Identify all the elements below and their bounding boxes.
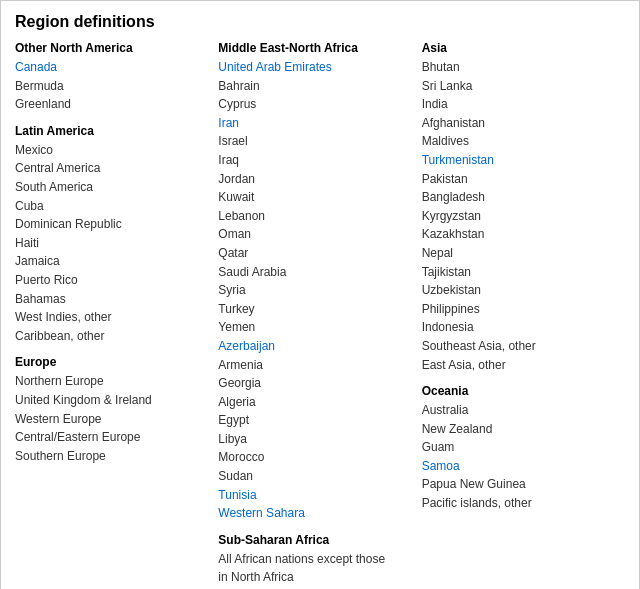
column-0: Other North AmericaCanadaBermudaGreenlan… bbox=[15, 41, 218, 586]
main-container: Region definitions Other North AmericaCa… bbox=[0, 0, 640, 589]
list-item: United Kingdom & Ireland bbox=[15, 391, 208, 410]
section-title-2-0: Asia bbox=[422, 41, 615, 55]
list-item: Bhutan bbox=[422, 58, 615, 77]
list-item: Jordan bbox=[218, 170, 411, 189]
list-item: Bahrain bbox=[218, 77, 411, 96]
section-title-0-1: Latin America bbox=[15, 124, 208, 138]
list-item: Saudi Arabia bbox=[218, 263, 411, 282]
list-item[interactable]: Iran bbox=[218, 114, 411, 133]
list-item: Bahamas bbox=[15, 290, 208, 309]
section-title-2-1: Oceania bbox=[422, 384, 615, 398]
list-item[interactable]: United Arab Emirates bbox=[218, 58, 411, 77]
list-item: Indonesia bbox=[422, 318, 615, 337]
list-item: Libya bbox=[218, 430, 411, 449]
section-title-0-2: Europe bbox=[15, 355, 208, 369]
list-item: Central America bbox=[15, 159, 208, 178]
list-item: Dominican Republic bbox=[15, 215, 208, 234]
list-item: Jamaica bbox=[15, 252, 208, 271]
list-item: Tajikistan bbox=[422, 263, 615, 282]
list-item: Georgia bbox=[218, 374, 411, 393]
list-item: Philippines bbox=[422, 300, 615, 319]
list-item: India bbox=[422, 95, 615, 114]
list-item: Greenland bbox=[15, 95, 208, 114]
list-item: Armenia bbox=[218, 356, 411, 375]
list-item: Israel bbox=[218, 132, 411, 151]
list-item: Sudan bbox=[218, 467, 411, 486]
list-item: Bangladesh bbox=[422, 188, 615, 207]
list-item: Kyrgyzstan bbox=[422, 207, 615, 226]
list-item: Cyprus bbox=[218, 95, 411, 114]
list-item: Egypt bbox=[218, 411, 411, 430]
list-item: Maldives bbox=[422, 132, 615, 151]
list-item: Uzbekistan bbox=[422, 281, 615, 300]
list-item: Western Europe bbox=[15, 410, 208, 429]
list-item: South America bbox=[15, 178, 208, 197]
list-item: Kuwait bbox=[218, 188, 411, 207]
list-item: Turkey bbox=[218, 300, 411, 319]
list-item[interactable]: Canada bbox=[15, 58, 208, 77]
list-item: Nepal bbox=[422, 244, 615, 263]
list-item: Haiti bbox=[15, 234, 208, 253]
list-item: Sri Lanka bbox=[422, 77, 615, 96]
page-title: Region definitions bbox=[15, 13, 625, 31]
list-item: Guam bbox=[422, 438, 615, 457]
list-item: Bermuda bbox=[15, 77, 208, 96]
list-item: Pacific islands, other bbox=[422, 494, 615, 513]
list-item: Papua New Guinea bbox=[422, 475, 615, 494]
section-title-0-0: Other North America bbox=[15, 41, 208, 55]
list-item: Morocco bbox=[218, 448, 411, 467]
list-item[interactable]: Samoa bbox=[422, 457, 615, 476]
list-item: East Asia, other bbox=[422, 356, 615, 375]
list-item[interactable]: Azerbaijan bbox=[218, 337, 411, 356]
list-item: Algeria bbox=[218, 393, 411, 412]
list-item[interactable]: Tunisia bbox=[218, 486, 411, 505]
columns-wrapper: Other North AmericaCanadaBermudaGreenlan… bbox=[15, 41, 625, 586]
list-item: Afghanistan bbox=[422, 114, 615, 133]
list-item: Pakistan bbox=[422, 170, 615, 189]
list-item: West Indies, other bbox=[15, 308, 208, 327]
list-item: Lebanon bbox=[218, 207, 411, 226]
list-item: Qatar bbox=[218, 244, 411, 263]
section-title-1-0: Middle East-North Africa bbox=[218, 41, 411, 55]
list-item: New Zealand bbox=[422, 420, 615, 439]
section-description: All African nations except those in Nort… bbox=[218, 550, 388, 586]
list-item[interactable]: Western Sahara bbox=[218, 504, 411, 523]
list-item: Caribbean, other bbox=[15, 327, 208, 346]
list-item: Syria bbox=[218, 281, 411, 300]
list-item: Iraq bbox=[218, 151, 411, 170]
column-1: Middle East-North AfricaUnited Arab Emir… bbox=[218, 41, 421, 586]
list-item: Northern Europe bbox=[15, 372, 208, 391]
list-item[interactable]: Turkmenistan bbox=[422, 151, 615, 170]
list-item: Yemen bbox=[218, 318, 411, 337]
list-item: Cuba bbox=[15, 197, 208, 216]
list-item: Central/Eastern Europe bbox=[15, 428, 208, 447]
list-item: Oman bbox=[218, 225, 411, 244]
list-item: Mexico bbox=[15, 141, 208, 160]
section-title-1-1: Sub-Saharan Africa bbox=[218, 533, 411, 547]
list-item: Southeast Asia, other bbox=[422, 337, 615, 356]
list-item: Australia bbox=[422, 401, 615, 420]
list-item: Puerto Rico bbox=[15, 271, 208, 290]
column-2: AsiaBhutanSri LankaIndiaAfghanistanMaldi… bbox=[422, 41, 625, 586]
list-item: Southern Europe bbox=[15, 447, 208, 466]
list-item: Kazakhstan bbox=[422, 225, 615, 244]
